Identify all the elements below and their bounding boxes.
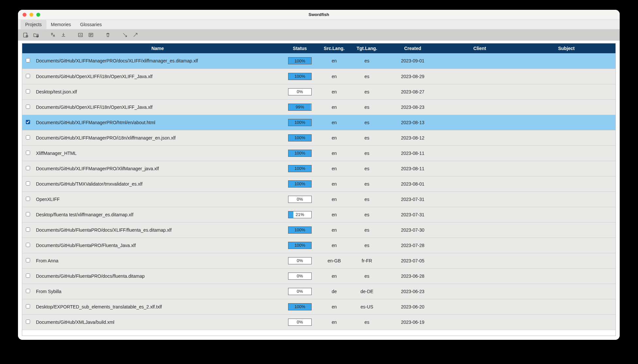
import-icon[interactable] [121,31,129,39]
row-name: Documents/GitHub/XMLJava/build.xml [33,314,282,330]
row-tgt: es [351,53,383,69]
table-row[interactable]: Documents/GitHub/XLIFFManagerPRO/docs/XL… [22,53,615,69]
table-row[interactable]: Documents/GitHub/XLIFFManagerPRO/XlifMan… [22,161,615,176]
row-checkbox[interactable] [26,197,30,201]
window-minimize-button[interactable] [29,13,33,17]
table-row[interactable]: Desktop/EXPORTED_sub_elements_translatab… [22,299,615,314]
row-tgt: es [351,314,383,330]
row-tgt: es [351,222,383,238]
table-row[interactable]: Documents/GitHub/XLIFFManagerPRO/html/en… [22,115,615,130]
row-checkbox[interactable] [26,181,30,186]
status-progress: 0% [288,257,312,264]
row-created: 2023-08-23 [383,99,442,115]
row-client [442,238,517,253]
column-header[interactable]: Subject [517,43,615,53]
row-checkbox[interactable] [26,105,30,109]
row-checkbox[interactable] [26,135,30,140]
row-src: en [318,145,351,161]
row-checkbox[interactable] [26,289,30,293]
column-header[interactable]: Client [442,43,517,53]
column-header[interactable]: Created [383,43,442,53]
info-icon[interactable] [87,31,95,39]
table-row[interactable]: Documents/GitHub/FluentaPRO/docs/fluenta… [22,268,615,284]
table-row[interactable]: Documents/GitHub/OpenXLIFF/i18n/OpenXLIF… [22,99,615,115]
row-subject [517,253,615,268]
column-header[interactable]: Status [282,43,318,53]
row-tgt: es-US [351,299,383,314]
row-checkbox[interactable] [26,58,30,62]
row-tgt: es [351,130,383,145]
table-row[interactable]: From Sybilla0%dede-DE2023-06-23 [22,284,615,299]
translate-icon[interactable] [49,31,57,39]
row-client [442,299,517,314]
row-name: Desktop/fluenta test/xliffmanager_es.dit… [33,207,282,222]
status-progress: 100% [288,180,312,188]
row-subject [517,284,615,299]
row-src: en [318,115,351,130]
row-client [442,222,517,238]
window-close-button[interactable] [23,13,26,17]
row-src: de [318,284,351,299]
table-row[interactable]: Documents/GitHub/XLIFFManagerPRO/i18n/xl… [22,130,615,145]
row-checkbox[interactable] [26,89,30,93]
row-tgt: es [351,69,383,84]
row-checkbox[interactable] [26,120,30,124]
row-checkbox[interactable] [26,320,30,324]
new-project-icon[interactable] [21,31,30,39]
row-checkbox[interactable] [26,227,30,232]
projects-table: NameStatusSrc.Lang.Tgt.Lang.CreatedClien… [22,43,615,330]
row-created: 2023-06-20 [383,299,442,314]
svg-rect-0 [24,33,27,37]
row-checkbox[interactable] [26,74,30,78]
menu-memories[interactable]: Memories [46,20,76,29]
projects-table-wrap[interactable]: NameStatusSrc.Lang.Tgt.Lang.CreatedClien… [22,43,616,336]
row-checkbox[interactable] [26,258,30,262]
row-tgt: es [351,191,383,207]
table-row[interactable]: Desktop/fluenta test/xliffmanager_es.dit… [22,207,615,222]
row-created: 2023-06-23 [383,284,442,299]
row-src: en [318,84,351,99]
row-checkbox[interactable] [26,304,30,308]
status-progress: 99% [288,104,312,111]
status-progress: 100% [288,134,312,141]
table-row[interactable]: From Anna0%en-GBfr-FR2023-07-05 [22,253,615,268]
row-name: Documents/GitHub/XLIFFManagerPRO/html/en… [33,115,282,130]
row-name: From Anna [33,253,282,268]
menu-glossaries[interactable]: Glossaries [76,20,106,29]
row-checkbox[interactable] [26,273,30,278]
table-body: Documents/GitHub/XLIFFManagerPRO/docs/XL… [22,53,615,330]
row-name: Desktop/EXPORTED_sub_elements_translatab… [33,299,282,314]
window-zoom-button[interactable] [36,13,40,17]
stats-icon[interactable] [76,31,85,39]
row-subject [517,314,615,330]
delete-icon[interactable] [104,31,112,39]
table-row[interactable]: Documents/GitHub/XMLJava/build.xml0%enes… [22,314,615,330]
row-name: Documents/GitHub/XLIFFManagerPRO/i18n/xl… [33,130,282,145]
table-row[interactable]: Documents/GitHub/FluentaPRO/Fluenta_Java… [22,238,615,253]
row-checkbox[interactable] [26,212,30,216]
row-checkbox[interactable] [26,166,30,170]
menu-projects[interactable]: Projects [21,20,46,29]
row-client [442,53,517,69]
toolbar [18,29,620,41]
download-icon[interactable] [59,31,68,39]
table-row[interactable]: Documents/GitHub/TMXValidator/tmxvalidat… [22,176,615,191]
column-header[interactable]: Tgt.Lang. [351,43,383,53]
table-row[interactable]: Documents/GitHub/OpenXLIFF/i18n/OpenXLIF… [22,69,615,84]
menubar: ProjectsMemoriesGlossaries [18,20,620,29]
table-row[interactable]: Desktop/test.json.xlf0%enes2023-08-27 [22,84,615,99]
table-row[interactable]: XliffManager_HTML100%enes2023-08-11 [22,145,615,161]
status-progress: 100% [288,165,312,172]
row-checkbox[interactable] [26,243,30,247]
table-row[interactable]: OpenXLIFF0%enes2023-07-31 [22,191,615,207]
row-checkbox[interactable] [26,151,30,155]
row-tgt: es [351,145,383,161]
column-header[interactable]: Name [33,43,282,53]
open-folder-icon[interactable] [32,31,40,39]
status-progress: 100% [288,150,312,157]
table-row[interactable]: Documents/GitHub/FluentaPRO/docs/XLIFF/f… [22,222,615,238]
row-tgt: es [351,176,383,191]
column-header[interactable]: Src.Lang. [318,43,351,53]
column-header[interactable] [22,43,33,53]
export-icon[interactable] [131,31,140,39]
